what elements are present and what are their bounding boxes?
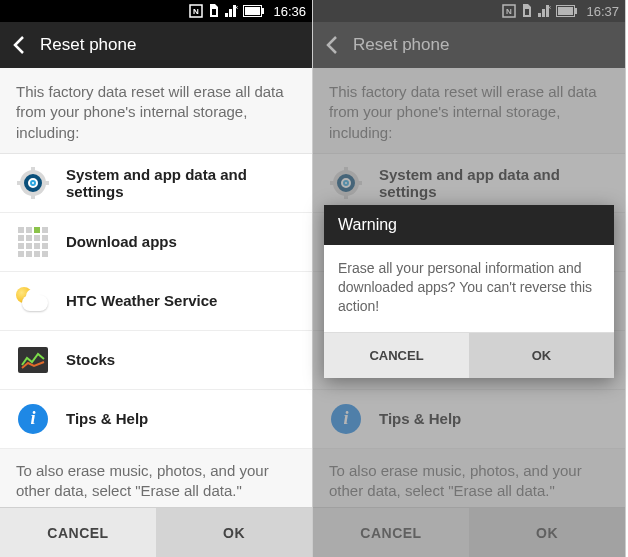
svg-rect-9 bbox=[31, 193, 35, 199]
svg-rect-11 bbox=[43, 181, 49, 185]
status-bar: N x 16:36 bbox=[0, 0, 312, 22]
left-screen: N x 16:36 Reset phone This factory data … bbox=[0, 0, 313, 557]
signal-icon: x bbox=[224, 4, 238, 18]
stocks-icon bbox=[16, 343, 50, 377]
right-screen: N x 16:37 Reset phone This factory data … bbox=[313, 0, 626, 557]
back-icon[interactable] bbox=[12, 35, 26, 55]
footer-buttons: CANCEL OK bbox=[0, 507, 312, 557]
svg-rect-2 bbox=[212, 9, 216, 15]
app-grid-icon bbox=[16, 225, 50, 259]
dialog-body: Erase all your personal information and … bbox=[324, 245, 614, 332]
list-item: System and app data and settings bbox=[0, 154, 312, 213]
list-item-label: HTC Weather Service bbox=[66, 292, 217, 309]
list-item-label: Download apps bbox=[66, 233, 177, 250]
svg-rect-10 bbox=[17, 181, 23, 185]
list-item-label: System and app data and settings bbox=[66, 166, 296, 200]
status-clock: 16:36 bbox=[273, 4, 306, 19]
list-item-label: Tips & Help bbox=[66, 410, 148, 427]
weather-icon bbox=[16, 284, 50, 318]
reset-items-list: System and app data and settings Downloa… bbox=[0, 154, 312, 449]
list-item: Download apps bbox=[0, 213, 312, 272]
svg-rect-8 bbox=[31, 167, 35, 173]
svg-rect-6 bbox=[262, 8, 264, 14]
ok-button[interactable]: OK bbox=[156, 508, 312, 557]
footnote-text: To also erase music, photos, and your ot… bbox=[0, 449, 312, 507]
screen-header: Reset phone bbox=[0, 22, 312, 68]
list-item-label: Stocks bbox=[66, 351, 115, 368]
nfc-icon: N bbox=[189, 4, 203, 18]
list-item: HTC Weather Service bbox=[0, 272, 312, 331]
dialog-cancel-button[interactable]: CANCEL bbox=[324, 333, 469, 378]
dialog-buttons: CANCEL OK bbox=[324, 332, 614, 378]
info-icon: i bbox=[16, 402, 50, 436]
header-title: Reset phone bbox=[40, 35, 136, 55]
dialog-title: Warning bbox=[324, 205, 614, 245]
dialog-ok-button[interactable]: OK bbox=[469, 333, 614, 378]
svg-rect-5 bbox=[245, 7, 260, 15]
svg-text:N: N bbox=[194, 7, 200, 16]
list-item: Stocks bbox=[0, 331, 312, 390]
warning-dialog: Warning Erase all your personal informat… bbox=[324, 205, 614, 378]
sim-icon bbox=[208, 4, 219, 18]
battery-icon bbox=[243, 5, 265, 17]
gear-ring-icon bbox=[16, 166, 50, 200]
svg-text:x: x bbox=[235, 4, 238, 10]
cancel-button[interactable]: CANCEL bbox=[0, 508, 156, 557]
screen-body: This factory data reset will erase all d… bbox=[0, 68, 312, 507]
intro-text: This factory data reset will erase all d… bbox=[0, 68, 312, 154]
list-item: i Tips & Help bbox=[0, 390, 312, 449]
